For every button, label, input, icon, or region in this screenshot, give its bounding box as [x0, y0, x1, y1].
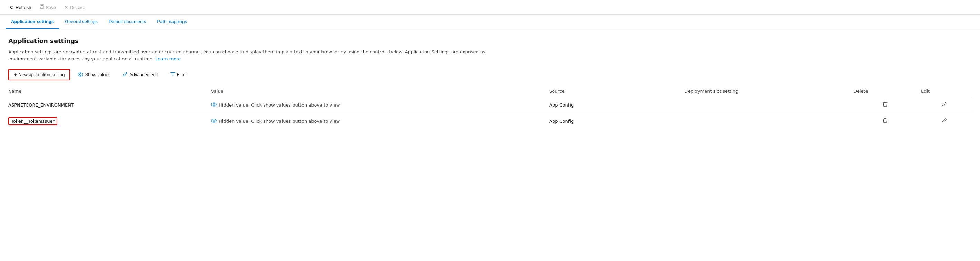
tab-path-mappings[interactable]: Path mappings: [151, 15, 192, 29]
hidden-value-eye-icon: [211, 102, 216, 108]
col-header-value: Value: [211, 86, 549, 97]
hidden-value-eye-icon-2: [211, 118, 216, 124]
row-deployment-token-issuer: [684, 113, 853, 129]
svg-point-3: [78, 73, 83, 76]
tab-application-settings[interactable]: Application settings: [6, 15, 59, 29]
svg-point-7: [212, 119, 216, 123]
row-value-aspnetcore: Hidden value. Click show values button a…: [211, 97, 549, 113]
table-header-row: Name Value Source Deployment slot settin…: [8, 86, 972, 97]
row-delete-token-issuer: [853, 113, 921, 129]
edit-button-aspnetcore[interactable]: [940, 101, 949, 109]
page-title: Application settings: [8, 37, 972, 45]
svg-point-4: [80, 73, 81, 75]
col-header-name: Name: [8, 86, 211, 97]
filter-icon: [170, 72, 175, 78]
row-deployment-aspnetcore: [684, 97, 853, 113]
svg-rect-1: [40, 5, 43, 6]
row-source-token-issuer: App Config: [549, 113, 684, 129]
edit-button-token-issuer[interactable]: [940, 117, 949, 125]
new-application-setting-button[interactable]: + New application setting: [8, 69, 70, 80]
row-value-token-issuer: Hidden value. Click show values button a…: [211, 113, 549, 129]
row-name-token-issuer: Token__TokenIssuer: [8, 113, 211, 129]
table-row: ASPNETCORE_ENVIRONMENT Hidden value. Cli…: [8, 97, 972, 113]
row-edit-token-issuer: [921, 113, 972, 129]
advanced-edit-button[interactable]: Advanced edit: [118, 70, 162, 80]
svg-point-5: [212, 103, 216, 106]
show-values-button[interactable]: Show values: [73, 70, 115, 80]
page-description: Application settings are encrypted at re…: [8, 49, 491, 62]
col-header-deployment-slot: Deployment slot setting: [684, 86, 853, 97]
col-header-edit: Edit: [921, 86, 972, 97]
table-row: Token__TokenIssuer Hidden value. Click s…: [8, 113, 972, 129]
delete-button-token-issuer[interactable]: [881, 116, 889, 126]
filter-button[interactable]: Filter: [165, 70, 192, 80]
tab-default-documents[interactable]: Default documents: [103, 15, 151, 29]
pencil-icon: [123, 72, 127, 78]
row-name-aspnetcore: ASPNETCORE_ENVIRONMENT: [8, 97, 211, 113]
learn-more-link[interactable]: Learn more: [155, 56, 181, 61]
svg-point-8: [213, 120, 215, 122]
row-source-aspnetcore: App Config: [549, 97, 684, 113]
refresh-icon: ↻: [10, 5, 14, 10]
toolbar: ↻ Refresh Save ✕ Discard: [0, 0, 980, 15]
tabs-bar: Application settings General settings De…: [0, 15, 980, 29]
delete-button-aspnetcore[interactable]: [881, 100, 889, 109]
row-delete-aspnetcore: [853, 97, 921, 113]
save-icon: [40, 5, 44, 10]
eye-icon: [78, 72, 83, 78]
discard-label: Discard: [70, 5, 85, 10]
refresh-button[interactable]: ↻ Refresh: [6, 3, 35, 12]
settings-table: Name Value Source Deployment slot settin…: [8, 86, 972, 129]
discard-button[interactable]: ✕ Discard: [60, 3, 89, 12]
plus-icon: +: [14, 72, 17, 78]
discard-icon: ✕: [64, 5, 68, 10]
col-header-source: Source: [549, 86, 684, 97]
row-edit-aspnetcore: [921, 97, 972, 113]
save-button[interactable]: Save: [35, 3, 60, 12]
svg-rect-2: [40, 7, 43, 8]
refresh-label: Refresh: [16, 5, 32, 10]
action-bar: + New application setting Show values Ad…: [8, 69, 972, 80]
tab-general-settings[interactable]: General settings: [59, 15, 103, 29]
save-label: Save: [46, 5, 56, 10]
main-content: Application settings Application setting…: [0, 29, 980, 137]
svg-point-6: [213, 104, 215, 105]
col-header-delete: Delete: [853, 86, 921, 97]
